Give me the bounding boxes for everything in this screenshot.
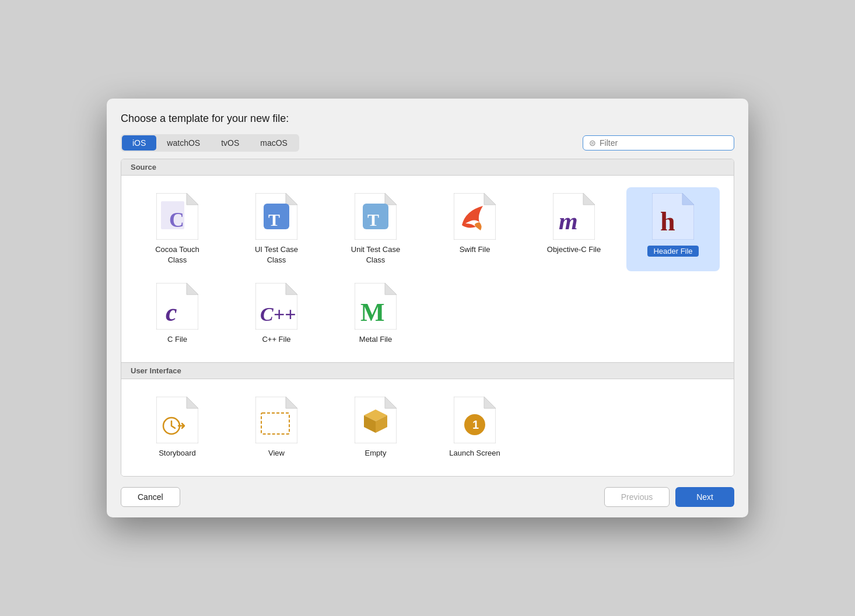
svg-marker-30 [187, 397, 198, 408]
storyboard-label: Storyboard [159, 448, 196, 459]
svg-marker-24 [286, 283, 297, 295]
item-ui-test-case-class[interactable]: T UI Test CaseClass [230, 187, 323, 271]
cocoa-touch-label: Cocoa TouchClass [155, 244, 199, 265]
footer: Cancel Previous Next [107, 477, 748, 517]
svg-marker-21 [187, 283, 198, 295]
swift-label: Swift File [460, 244, 490, 255]
item-unit-test-case-class[interactable]: T Unit Test CaseClass [329, 187, 422, 271]
cpp-file-label: C++ File [262, 334, 290, 345]
item-storyboard[interactable]: Storyboard [131, 391, 224, 464]
svg-marker-33 [286, 397, 297, 408]
tab-ios[interactable]: iOS [122, 135, 156, 150]
svg-marker-13 [484, 193, 496, 205]
item-swift-file[interactable]: Swift File [428, 187, 521, 271]
item-objective-c-file[interactable]: m Objective-C File [527, 187, 621, 271]
source-section-header: Source [121, 159, 734, 176]
swift-icon [454, 193, 496, 240]
unit-test-icon: T [355, 193, 397, 240]
svg-marker-1 [187, 193, 198, 205]
item-metal-file[interactable]: M Metal File [329, 277, 422, 351]
storyboard-icon [156, 397, 198, 443]
launch-screen-label: Launch Screen [449, 448, 500, 459]
svg-text:C: C [169, 208, 184, 232]
svg-marker-18 [682, 193, 694, 205]
objc-label: Objective-C File [547, 244, 601, 255]
unit-test-label: Unit Test CaseClass [351, 244, 400, 265]
item-empty[interactable]: Empty [329, 391, 422, 464]
dialog-title: Choose a template for your new file: [107, 113, 748, 134]
filter-input[interactable] [600, 138, 728, 148]
dialog: Choose a template for your new file: iOS… [107, 99, 748, 518]
svg-text:m: m [559, 208, 578, 235]
svg-text:T: T [268, 210, 280, 229]
platform-tabs: iOS watchOS tvOS macOS [121, 134, 299, 152]
tabs-and-filter-row: iOS watchOS tvOS macOS ⊜ [107, 134, 748, 152]
svg-text:h: h [660, 206, 675, 236]
svg-marker-27 [385, 283, 397, 295]
item-cpp-file[interactable]: C++ C++ File [230, 277, 323, 351]
tab-watchos[interactable]: watchOS [156, 135, 211, 150]
ui-test-label: UI Test CaseClass [255, 244, 298, 265]
item-view[interactable]: View [230, 391, 323, 464]
svg-marker-41 [484, 397, 496, 408]
svg-text:T: T [367, 210, 379, 229]
header-icon: h [652, 193, 694, 240]
tab-macos[interactable]: macOS [250, 135, 298, 150]
item-launch-screen[interactable]: 1 Launch Screen [428, 391, 521, 464]
svg-text:C++: C++ [260, 303, 296, 325]
filter-icon: ⊜ [589, 138, 596, 148]
cocoa-touch-icon: C [156, 193, 198, 240]
previous-button[interactable]: Previous [604, 487, 670, 507]
filter-box[interactable]: ⊜ [583, 135, 734, 150]
metal-icon: M [355, 283, 397, 330]
view-icon [255, 397, 297, 443]
header-label: Header File [647, 246, 698, 257]
svg-text:c: c [166, 298, 177, 327]
user-interface-items-grid: Storyboard View [121, 379, 734, 476]
launch-screen-icon: 1 [454, 397, 496, 443]
tab-tvos[interactable]: tvOS [211, 135, 250, 150]
metal-label: Metal File [359, 334, 392, 345]
item-cocoa-touch-class[interactable]: C Cocoa TouchClass [131, 187, 224, 271]
c-file-label: C File [167, 334, 187, 345]
user-interface-section-header: User Interface [121, 363, 734, 379]
item-header-file[interactable]: h Header File [626, 187, 720, 271]
svg-text:M: M [360, 298, 385, 327]
item-c-file[interactable]: c C File [131, 277, 224, 351]
footer-right: Previous Next [604, 487, 734, 507]
svg-marker-9 [385, 193, 397, 205]
empty-icon [355, 397, 397, 443]
empty-label: Empty [365, 448, 387, 459]
cpp-file-icon: C++ [255, 283, 297, 330]
svg-marker-15 [583, 193, 595, 205]
svg-text:1: 1 [472, 418, 479, 431]
next-button[interactable]: Next [675, 487, 734, 507]
svg-marker-5 [286, 193, 297, 205]
c-file-icon: c [156, 283, 198, 330]
content-area: Source C Cocoa TouchClass [121, 159, 734, 477]
objc-icon: m [553, 193, 595, 240]
cancel-button[interactable]: Cancel [121, 487, 180, 507]
ui-test-icon: T [255, 193, 297, 240]
view-label: View [268, 448, 285, 459]
source-items-grid: C Cocoa TouchClass T UI Test CaseClass [121, 176, 734, 363]
svg-marker-36 [385, 397, 397, 408]
